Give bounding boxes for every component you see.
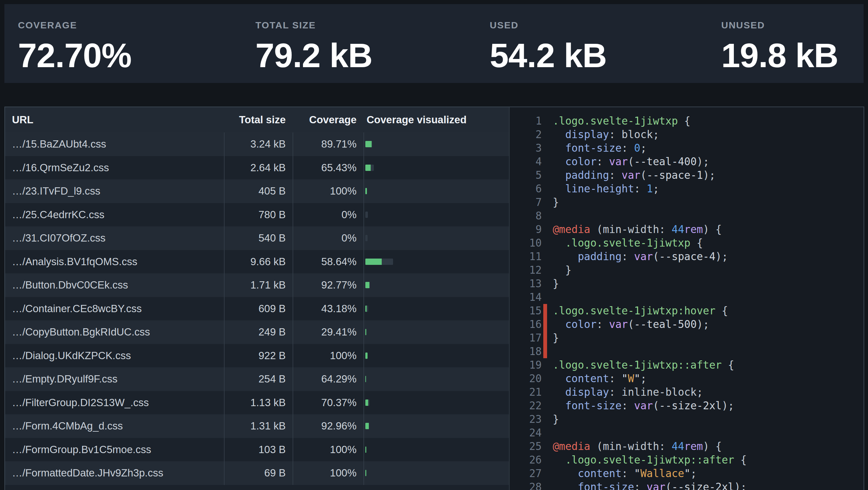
marker-gutter [543, 223, 547, 236]
cell-coverage: 0% [292, 203, 364, 227]
coverage-bar-used [365, 165, 371, 171]
line-number: 3 [509, 141, 542, 155]
coverage-bar [365, 400, 369, 406]
marker-gutter [543, 236, 547, 250]
cell-size: 1.13 kB [224, 391, 292, 415]
coverage-summary-panel: COVERAGE 72.70% TOTAL SIZE 79.2 kB USED … [4, 4, 864, 83]
coverage-bar [365, 141, 372, 147]
line-number: 17 [509, 331, 542, 345]
code-line: 3 font-size: 0; [509, 141, 864, 155]
stat-used: USED 54.2 kB [490, 20, 721, 83]
cell-coverage: 100% [292, 461, 364, 485]
table-row[interactable]: …/Dialog.UKdKZPCK.css922 B100% [5, 344, 509, 368]
code-line: 27 content: "Wallace"; [509, 467, 864, 480]
cell-coverage: 70.37% [292, 391, 364, 415]
line-number: 23 [509, 412, 542, 426]
cell-visualized [364, 156, 509, 180]
marker-gutter [543, 182, 547, 196]
line-number: 26 [509, 453, 542, 467]
coverage-detail-container: URL Total size Coverage Coverage visuali… [4, 107, 864, 490]
table-row[interactable]: …/FormGroup.Bv1C5moe.css103 B100% [5, 438, 509, 462]
cell-url: …/Analysis.BV1fqOMS.css [5, 250, 224, 274]
line-number: 22 [509, 399, 542, 412]
coverage-bar-used [365, 376, 366, 382]
coverage-bar [365, 470, 366, 476]
table-row[interactable]: …/25.C4edrrKC.css780 B0% [5, 203, 509, 227]
cell-size: 1.31 kB [224, 414, 292, 438]
coverage-bar-used [365, 141, 372, 147]
cell-coverage: 100% [292, 438, 364, 462]
coverage-bar-used [365, 306, 367, 312]
code-text: line-height: 1; [553, 182, 659, 196]
marker-gutter [543, 385, 547, 399]
code-text: font-size: var(--size-2xl); [553, 399, 734, 412]
code-text: content: "W"; [553, 372, 647, 385]
code-line: 23} [509, 412, 864, 426]
marker-gutter [543, 209, 547, 223]
table-row[interactable]: …/FormattedDate.JHv9Zh3p.css69 B100% [5, 461, 509, 485]
code-line: 11 padding: var(--space-4); [509, 250, 864, 263]
code-line: 7} [509, 196, 864, 209]
line-number: 11 [509, 250, 542, 263]
code-text: color: var(--teal-400); [553, 155, 709, 168]
column-header-total-size: Total size [224, 114, 292, 126]
table-row[interactable]: …/Form.4CMbAg_d.css1.31 kB92.96% [5, 414, 509, 438]
code-line: 4 color: var(--teal-400); [509, 155, 864, 168]
line-number: 5 [509, 168, 542, 182]
cell-visualized [364, 179, 509, 203]
coverage-bar [365, 352, 368, 359]
table-row[interactable]: …/Analysis.BV1fqOMS.css9.66 kB58.64% [5, 250, 509, 274]
table-row[interactable]: …/Container.CEc8wcBY.css609 B43.18% [5, 297, 509, 321]
table-row[interactable]: …/Empty.DRyulf9F.css254 B64.29% [5, 367, 509, 391]
stat-coverage-label: COVERAGE [18, 20, 255, 31]
cell-coverage: 29.41% [292, 320, 364, 344]
cell-visualized [364, 438, 509, 462]
cell-size: 254 B [224, 367, 292, 391]
marker-gutter [543, 128, 547, 141]
cell-coverage: 89.71% [292, 133, 364, 156]
cell-coverage: 100% [292, 344, 364, 368]
code-text: font-size: 0; [553, 141, 647, 155]
marker-gutter [543, 358, 547, 372]
code-line: 21 display: inline-block; [509, 385, 864, 399]
table-row[interactable]: …/CopyButton.BgkRIdUC.css249 B29.41% [5, 320, 509, 344]
cell-visualized [364, 367, 509, 391]
file-coverage-table: URL Total size Coverage Coverage visuali… [5, 107, 509, 490]
line-number: 24 [509, 426, 542, 439]
coverage-bar [365, 211, 368, 218]
code-text: .logo.svelte-1jiwtxp::after { [553, 358, 734, 372]
coverage-bar [365, 188, 367, 194]
stat-coverage: COVERAGE 72.70% [18, 20, 255, 83]
table-row[interactable]: …/23.ITvFD_l9.css405 B100% [5, 179, 509, 203]
code-line: 18 [509, 345, 864, 358]
marker-gutter [543, 467, 547, 480]
cell-url: …/FormattedDate.JHv9Zh3p.css [5, 461, 224, 485]
table-row[interactable]: …/Button.DbvC0CEk.css1.71 kB92.77% [5, 273, 509, 297]
cell-url: …/16.QrmSeZu2.css [5, 156, 224, 180]
cell-url: …/Form.4CMbAg_d.css [5, 414, 224, 438]
coverage-bar-used [365, 470, 366, 476]
line-number: 18 [509, 345, 542, 358]
coverage-bar [365, 282, 370, 288]
cell-size: 2.64 kB [224, 156, 292, 180]
table-header-row: URL Total size Coverage Coverage visuali… [5, 107, 509, 133]
marker-gutter [543, 399, 547, 412]
table-row[interactable]: …/16.QrmSeZu2.css2.64 kB65.43% [5, 156, 509, 180]
table-row[interactable]: …/15.BaZAUbt4.css3.24 kB89.71% [5, 133, 509, 156]
cell-url: …/FormGroup.Bv1C5moe.css [5, 438, 224, 462]
marker-gutter [543, 141, 547, 155]
cell-url: …/Dialog.UKdKZPCK.css [5, 344, 224, 368]
code-line: 24 [509, 426, 864, 439]
table-row[interactable]: …/FilterGroup.DI2S13W_.css1.13 kB70.37% [5, 391, 509, 415]
cell-size: 780 B [224, 203, 292, 227]
unused-code-marker [543, 318, 547, 331]
code-viewer[interactable]: 1.logo.svelte-1jiwtxp {2 display: block;… [509, 107, 864, 490]
line-number: 28 [509, 480, 542, 490]
table-row-partial [5, 485, 509, 490]
marker-gutter [543, 155, 547, 168]
cell-url: …/Container.CEc8wcBY.css [5, 297, 224, 321]
stat-total-size-label: TOTAL SIZE [255, 20, 490, 31]
table-row[interactable]: …/31.CI07OfOZ.css540 B0% [5, 226, 509, 250]
line-number: 19 [509, 358, 542, 372]
line-number: 21 [509, 385, 542, 399]
